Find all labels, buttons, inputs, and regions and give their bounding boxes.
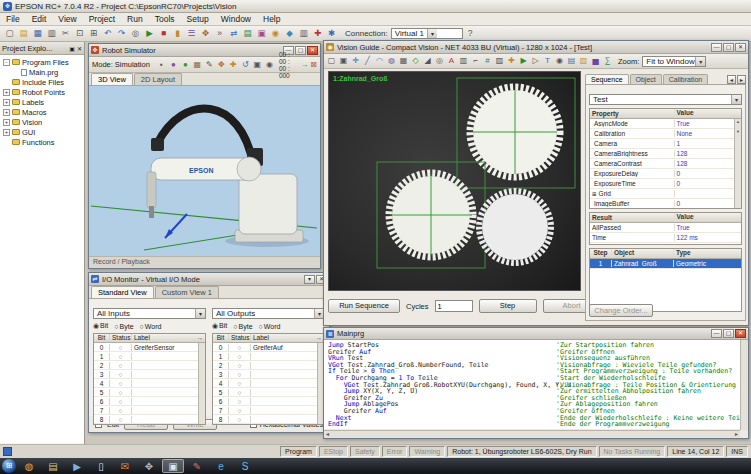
io-output-row[interactable]: 4: [213, 379, 324, 388]
minimize-button[interactable]: [711, 329, 722, 338]
io-output-row[interactable]: 5: [213, 388, 324, 397]
run-sequence-button[interactable]: Run Sequence: [328, 299, 400, 313]
print-icon[interactable]: ▥: [45, 27, 58, 40]
io-input-row[interactable]: 2: [94, 361, 205, 370]
tree-item[interactable]: + Labels: [0, 97, 84, 107]
connection-select[interactable]: Virtual 1: [391, 28, 463, 39]
snapshot-icon[interactable]: ◉: [264, 59, 275, 70]
start-icon[interactable]: ●: [180, 59, 191, 70]
tree-expander-icon[interactable]: +: [3, 119, 10, 126]
stop-icon[interactable]: ■: [157, 27, 170, 40]
save-image-icon[interactable]: ▤: [566, 55, 577, 67]
property-row[interactable]: ⊞Grid: [590, 189, 741, 199]
property-row[interactable]: AsyncMode True: [590, 119, 741, 129]
io-view-tab[interactable]: Standard View: [91, 286, 154, 298]
io-output-row[interactable]: 7: [213, 406, 324, 415]
copy-icon[interactable]: ⊡: [73, 27, 86, 40]
format-radio[interactable]: ○Word: [140, 323, 162, 330]
geometric-tool-icon[interactable]: ◇: [410, 55, 421, 67]
status-led-icon[interactable]: [229, 416, 251, 423]
step-button[interactable]: Step: [479, 299, 537, 313]
cycles-input[interactable]: [435, 300, 473, 312]
browser-app-icon[interactable]: ◍: [18, 459, 40, 473]
arc-tool-icon[interactable]: ◠: [374, 55, 385, 67]
property-row[interactable]: Calibration None: [590, 129, 741, 139]
tree-expander-icon[interactable]: +: [3, 89, 10, 96]
property-row[interactable]: ExposureTime 0: [590, 179, 741, 189]
help-icon[interactable]: ✱: [325, 27, 338, 40]
hand-icon[interactable]: ✎: [204, 59, 215, 70]
cut-icon[interactable]: ✂: [59, 27, 72, 40]
minimize-button[interactable]: [711, 43, 722, 52]
status-led-icon[interactable]: [110, 362, 132, 369]
vision-guide-icon[interactable]: ◉: [269, 27, 282, 40]
epson-rc-icon[interactable]: ✥: [138, 459, 160, 473]
line-tool-icon[interactable]: ╱: [362, 55, 373, 67]
io-input-row[interactable]: 5: [94, 388, 205, 397]
open-project-icon[interactable]: ▤: [17, 27, 30, 40]
status-led-icon[interactable]: [110, 389, 132, 396]
group-expander-icon[interactable]: ⊞: [592, 191, 597, 197]
robot-manager-icon[interactable]: ✥: [199, 27, 212, 40]
property-scrollbar[interactable]: ▲▼: [734, 119, 741, 208]
step-object-icon[interactable]: ▷: [530, 55, 541, 67]
reset-icon[interactable]: ↺: [240, 59, 251, 70]
scroll-left-icon[interactable]: ◄: [325, 431, 330, 438]
format-radio[interactable]: ○Word: [259, 323, 281, 330]
tree-item[interactable]: + Vision: [0, 117, 84, 127]
simulator-tab[interactable]: 2D Layout: [134, 73, 182, 85]
tree-expander-icon[interactable]: +: [3, 129, 10, 136]
menu-item[interactable]: Setup: [181, 14, 215, 24]
io-output-row[interactable]: 0 GreiferAuf: [213, 343, 324, 352]
help-button[interactable]: ?: [464, 27, 477, 40]
menu-item[interactable]: Help: [257, 14, 286, 24]
count-tool-icon[interactable]: #: [482, 55, 493, 67]
histogram-icon[interactable]: ▅: [590, 55, 601, 67]
run-object-icon[interactable]: ▶: [518, 55, 529, 67]
status-led-icon[interactable]: [229, 389, 251, 396]
pause-icon[interactable]: ▮: [171, 27, 184, 40]
io-input-row[interactable]: 3: [94, 370, 205, 379]
property-row[interactable]: ExposureDelay 0: [590, 169, 741, 179]
vision-panel-tab[interactable]: Sequence: [585, 74, 629, 84]
statistics-icon[interactable]: ∑: [602, 55, 613, 67]
undo-icon[interactable]: ↶: [101, 27, 114, 40]
io-input-row[interactable]: 0 GreiferSensor: [94, 343, 205, 352]
run-window-icon[interactable]: ▶: [143, 27, 156, 40]
format-radio[interactable]: ◉Bit: [212, 322, 227, 330]
code-line[interactable]: Jump StartPos 'Zur Startposition fahren: [328, 342, 748, 349]
blob-tool-icon[interactable]: ◍: [386, 55, 397, 67]
start-button[interactable]: [2, 459, 16, 473]
io-output-row[interactable]: 2: [213, 361, 324, 370]
sequence-select[interactable]: Test: [589, 94, 742, 105]
save-icon[interactable]: ▦: [31, 27, 44, 40]
frame-tool-icon[interactable]: ⌐: [470, 55, 481, 67]
macro-icon[interactable]: ▣: [255, 27, 268, 40]
point-tool-icon[interactable]: ✛: [350, 55, 361, 67]
menu-item[interactable]: File: [0, 14, 26, 24]
new-sequence-icon[interactable]: ▢: [326, 55, 337, 67]
simulator-icon[interactable]: ◆: [283, 27, 296, 40]
status-led-icon[interactable]: [110, 353, 132, 360]
tab-scroll-left-icon[interactable]: ◄: [727, 75, 736, 84]
paste-icon[interactable]: ⊞: [87, 27, 100, 40]
vision-panel-tab[interactable]: Object: [630, 74, 662, 84]
text-document-icon[interactable]: ▯: [90, 459, 112, 473]
code-line[interactable]: Jump AblagePos 'Zur Ablageposition fahre…: [328, 401, 748, 408]
io-view-tab[interactable]: Custom View 1: [155, 286, 219, 298]
code-editor-titlebar[interactable]: ≣ Mainprg: [324, 328, 748, 340]
tree-item[interactable]: Functions: [0, 137, 84, 147]
status-led-icon[interactable]: [110, 371, 132, 378]
menu-item[interactable]: Window: [215, 14, 257, 24]
teach-icon[interactable]: T: [542, 55, 553, 67]
camera-image-view[interactable]: 1:Zahnrad_Groß: [328, 71, 581, 291]
collapse-button[interactable]: [304, 275, 315, 284]
tree-expander-icon[interactable]: +: [3, 109, 10, 116]
edge-tool-icon[interactable]: ◢: [422, 55, 433, 67]
io-input-row[interactable]: 1: [94, 352, 205, 361]
tee-icon[interactable]: ✚: [228, 59, 239, 70]
close-button[interactable]: [307, 46, 318, 55]
code-editor-body[interactable]: Jump StartPos 'Zur Startposition fahren …: [324, 340, 748, 429]
code-line[interactable]: Greifer Auf 'Greifer öffnen: [328, 349, 748, 356]
panel-toggle-icon[interactable]: [3, 447, 12, 456]
